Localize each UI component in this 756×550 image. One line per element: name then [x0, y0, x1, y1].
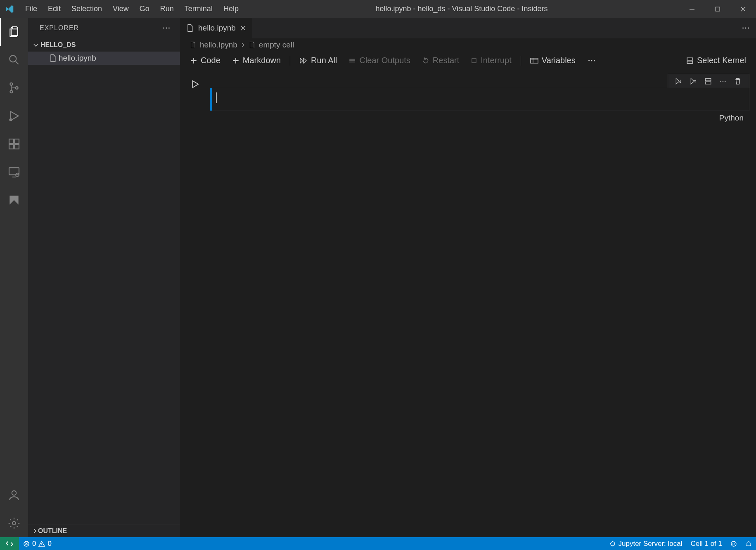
- folder-header[interactable]: HELLO_DS: [28, 38, 180, 52]
- svg-point-15: [163, 28, 164, 29]
- svg-point-16: [166, 28, 167, 29]
- cell-code-editor[interactable]: [210, 88, 749, 111]
- restart-label: Restart: [433, 56, 459, 65]
- activity-extensions[interactable]: [0, 130, 28, 158]
- svg-rect-1: [716, 7, 720, 11]
- text-cursor: [216, 92, 217, 103]
- restart-button[interactable]: Restart: [417, 53, 464, 68]
- svg-point-18: [742, 28, 744, 29]
- delete-cell-icon[interactable]: [732, 78, 743, 85]
- menu-terminal[interactable]: Terminal: [179, 0, 218, 18]
- run-all-label: Run All: [311, 56, 337, 65]
- toolbar-more-icon[interactable]: [582, 53, 601, 68]
- svg-point-32: [725, 80, 725, 81]
- menu-run[interactable]: Run: [155, 0, 179, 18]
- outline-header[interactable]: OUTLINE: [28, 524, 180, 537]
- run-by-line-icon[interactable]: [673, 78, 684, 85]
- activity-source-control[interactable]: [0, 74, 28, 102]
- svg-rect-29: [705, 82, 711, 84]
- add-code-cell-button[interactable]: Code: [185, 53, 225, 68]
- problems-status[interactable]: 0 0: [19, 537, 56, 550]
- status-bar: 0 0 Jupyter Server: local Cell 1 of 1: [0, 537, 756, 550]
- execute-above-icon[interactable]: [688, 78, 699, 85]
- notifications-icon[interactable]: [741, 537, 756, 550]
- svg-rect-7: [9, 139, 14, 144]
- clear-outputs-button[interactable]: Clear Outputs: [344, 53, 415, 68]
- run-all-button[interactable]: Run All: [294, 53, 342, 68]
- minimize-button[interactable]: [679, 0, 705, 18]
- feedback-icon[interactable]: [726, 537, 741, 550]
- cell-language-label[interactable]: Python: [719, 113, 744, 123]
- activity-run-debug[interactable]: [0, 102, 28, 130]
- cell-position-status[interactable]: Cell 1 of 1: [686, 537, 726, 550]
- editor-tab[interactable]: hello.ipynb: [180, 18, 253, 38]
- split-cell-icon[interactable]: [703, 78, 713, 85]
- remote-indicator[interactable]: [0, 537, 19, 550]
- activity-accounts[interactable]: [0, 481, 28, 509]
- svg-rect-27: [687, 61, 693, 64]
- svg-point-17: [168, 28, 170, 29]
- menu-bar: File Edit Selection View Go Run Terminal…: [20, 0, 244, 18]
- explorer-more-icon[interactable]: [162, 24, 171, 33]
- svg-point-24: [591, 60, 592, 61]
- chevron-down-icon: [31, 42, 40, 48]
- breadcrumb-cell[interactable]: empty cell: [248, 40, 294, 50]
- error-icon: [23, 541, 30, 547]
- editor-tabs: hello.ipynb: [180, 18, 756, 38]
- file-tree: hello.ipynb: [28, 52, 180, 524]
- restart-icon: [422, 57, 429, 64]
- run-cell-button[interactable]: [190, 80, 199, 123]
- activity-settings[interactable]: [0, 509, 28, 537]
- window-title: hello.ipynb - hello_ds - Visual Studio C…: [244, 5, 679, 13]
- toolbar-divider: [290, 56, 290, 66]
- add-markdown-cell-button[interactable]: Markdown: [227, 53, 286, 68]
- add-markdown-label: Markdown: [243, 56, 281, 65]
- chevron-right-icon: [240, 42, 246, 48]
- plus-icon: [232, 57, 239, 64]
- menu-view[interactable]: View: [107, 0, 134, 18]
- svg-point-41: [734, 543, 735, 544]
- cell-toolbar: [668, 74, 749, 88]
- svg-point-5: [16, 87, 18, 89]
- explorer-sidebar: EXPLORER HELLO_DS hello.ipynb OUTLINE: [28, 18, 180, 537]
- file-icon: [186, 24, 194, 32]
- menu-go[interactable]: Go: [134, 0, 155, 18]
- svg-point-14: [12, 522, 16, 525]
- svg-rect-10: [14, 139, 19, 144]
- file-tree-item[interactable]: hello.ipynb: [28, 52, 180, 65]
- svg-rect-21: [472, 59, 476, 63]
- close-icon[interactable]: [240, 25, 246, 31]
- notebook-body: Python: [180, 70, 756, 537]
- select-kernel-button[interactable]: Select Kernel: [681, 53, 751, 68]
- editor-more-icon[interactable]: [735, 18, 756, 38]
- cell-more-icon[interactable]: [718, 78, 728, 85]
- menu-help[interactable]: Help: [218, 0, 244, 18]
- variables-button[interactable]: Variables: [525, 53, 581, 68]
- activity-remote-explorer[interactable]: [0, 158, 28, 186]
- clear-outputs-label: Clear Outputs: [359, 56, 410, 65]
- menu-edit[interactable]: Edit: [43, 0, 66, 18]
- activity-bookmark[interactable]: [0, 186, 28, 214]
- window-controls: [679, 0, 756, 18]
- svg-rect-11: [9, 168, 19, 175]
- jupyter-server-status[interactable]: Jupyter Server: local: [605, 537, 687, 550]
- server-icon: [609, 541, 616, 547]
- file-icon: [47, 54, 59, 62]
- svg-point-4: [10, 90, 12, 93]
- svg-point-19: [745, 28, 747, 29]
- folder-name: HELLO_DS: [40, 41, 76, 49]
- menu-file[interactable]: File: [20, 0, 43, 18]
- warning-icon: [38, 541, 45, 547]
- close-button[interactable]: [730, 0, 756, 18]
- breadcrumb-file[interactable]: hello.ipynb: [189, 40, 237, 50]
- activity-search[interactable]: [0, 46, 28, 74]
- activity-explorer[interactable]: [0, 18, 28, 46]
- maximize-button[interactable]: [705, 0, 730, 18]
- notebook-cell: Python: [180, 74, 756, 123]
- svg-rect-8: [9, 144, 14, 149]
- file-icon: [189, 41, 197, 49]
- interrupt-button[interactable]: Interrupt: [466, 53, 516, 68]
- interrupt-label: Interrupt: [481, 56, 511, 65]
- menu-selection[interactable]: Selection: [66, 0, 107, 18]
- clear-icon: [348, 57, 356, 64]
